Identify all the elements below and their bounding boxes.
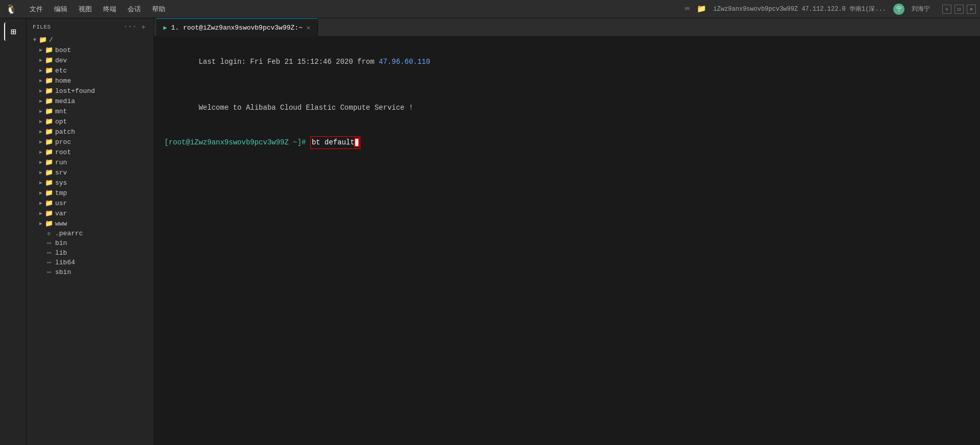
opt-arrow: ▶ [37, 118, 45, 125]
sys-label: sys [55, 179, 67, 187]
welcome-line: Welcome to Alibaba Cloud Elastic Compute… [164, 91, 970, 125]
www-label: www [55, 220, 67, 228]
www-arrow: ▶ [37, 220, 45, 227]
folder-icon: 📁 [697, 4, 706, 14]
blank-line-1 [164, 79, 970, 90]
command-text: bt default [310, 136, 360, 149]
tmp-arrow: ▶ [37, 190, 45, 196]
menu-session[interactable]: 会话 [122, 3, 146, 16]
menu-terminal[interactable]: 终端 [98, 3, 121, 16]
tree-item-root[interactable]: ▶ 📁 root [27, 147, 154, 157]
var-folder-icon: 📁 [45, 209, 53, 217]
tree-item-usr[interactable]: ▶ 📁 usr [27, 198, 154, 208]
win-restore[interactable]: ◻ [954, 5, 964, 14]
dev-folder-icon: 📁 [45, 56, 53, 64]
root-arrow: ▼ [31, 37, 39, 43]
boot-folder-icon: 📁 [45, 46, 53, 54]
opt-folder-icon: 📁 [45, 117, 53, 126]
prompt-text: [root@iZwz9anx9swovb9pcv3w99Z ~]# [164, 137, 306, 148]
dev-label: dev [55, 57, 67, 64]
run-folder-icon: 📁 [45, 158, 53, 166]
sys-folder-icon: 📁 [45, 179, 53, 187]
tree-item-lost-found[interactable]: ▶ 📁 lost+found [27, 86, 154, 96]
menu-edit[interactable]: 编辑 [49, 3, 72, 16]
proc-folder-icon: 📁 [45, 138, 53, 146]
mnt-arrow: ▶ [37, 108, 45, 114]
www-folder-icon: 📁 [45, 219, 53, 228]
pearrc-label: .pearrc [53, 230, 83, 237]
tree-item-opt[interactable]: ▶ 📁 opt [27, 116, 154, 127]
terminal-content[interactable]: Last login: Fri Feb 21 15:12:46 2020 fro… [154, 37, 980, 445]
tree-item-home[interactable]: ▶ 📁 home [27, 76, 154, 86]
tree-item-media[interactable]: ▶ 📁 media [27, 96, 154, 106]
srv-folder-icon: 📁 [45, 168, 53, 177]
sidebar-title: Files [33, 24, 51, 30]
tree-item-lib64[interactable]: ⚯ lib64 [27, 258, 154, 267]
boot-label: boot [55, 46, 71, 54]
opt-label: opt [55, 118, 67, 126]
tree-item-srv[interactable]: ▶ 📁 srv [27, 167, 154, 178]
win-close[interactable]: ✕ [967, 5, 976, 14]
run-label: run [55, 159, 67, 166]
menu-view[interactable]: 视图 [74, 3, 97, 16]
terminal-area: ▶ 1. root@iZwz9anx9swovb9pcv3w99Z:~ ✕ La… [154, 18, 980, 445]
tmp-folder-icon: 📁 [45, 189, 53, 197]
etc-arrow: ▶ [37, 67, 45, 73]
sidebar-more-icon[interactable]: ··· [124, 22, 137, 32]
tmp-label: tmp [55, 189, 67, 197]
terminal-icon: ⌨ [685, 4, 690, 14]
login-line: Last login: Fri Feb 21 15:12:46 2020 fro… [164, 45, 970, 79]
patch-folder-icon: 📁 [45, 128, 53, 136]
boot-arrow: ▶ [37, 47, 45, 53]
lib-link-icon: ⚯ [45, 250, 53, 256]
tree-item-run[interactable]: ▶ 📁 run [27, 157, 154, 167]
sidebar-add-icon[interactable]: ＋ [140, 22, 148, 32]
tree-item-var[interactable]: ▶ 📁 var [27, 208, 154, 218]
tree-item-lib[interactable]: ⚯ lib [27, 248, 154, 258]
bin-link-icon: ⚯ [45, 240, 53, 246]
lost-arrow: ▶ [37, 88, 45, 94]
bin-link-label: bin [53, 239, 67, 247]
mnt-folder-icon: 📁 [45, 107, 53, 115]
tree-item-www[interactable]: ▶ 📁 www [27, 218, 154, 229]
tree-item-proc[interactable]: ▶ 📁 proc [27, 137, 154, 147]
tree-item-bin[interactable]: ⚯ bin [27, 238, 154, 248]
var-arrow: ▶ [37, 210, 45, 216]
proc-arrow: ▶ [37, 139, 45, 145]
tab-bar: ▶ 1. root@iZwz9anx9swovb9pcv3w99Z:~ ✕ [154, 18, 980, 37]
username: 刘海宁 [912, 5, 930, 13]
blank-line-2 [164, 125, 970, 136]
lost-folder-icon: 📁 [45, 87, 53, 95]
tree-item-mnt[interactable]: ▶ 📁 mnt [27, 106, 154, 116]
tree-root[interactable]: ▼ 📁 / [27, 35, 154, 45]
var-label: var [55, 210, 67, 217]
tab-close-button[interactable]: ✕ [307, 24, 310, 32]
lib-link-label: lib [53, 249, 67, 257]
activity-bar: ⊞ [0, 18, 27, 445]
window-controls: ＋ ◻ ✕ [942, 5, 976, 14]
root-dir-folder-icon: 📁 [45, 148, 53, 156]
tree-item-dev[interactable]: ▶ 📁 dev [27, 55, 154, 65]
win-add[interactable]: ＋ [942, 5, 951, 14]
run-arrow: ▶ [37, 159, 45, 165]
usr-label: usr [55, 200, 67, 207]
lib64-link-icon: ⚯ [45, 260, 53, 266]
media-folder-icon: 📁 [45, 97, 53, 105]
server-info: iZwz9anx9swovb9pcv3w99Z 47.112.122.0 华南1… [714, 5, 886, 13]
patch-label: patch [55, 128, 75, 136]
tree-item-boot[interactable]: ▶ 📁 boot [27, 45, 154, 55]
tree-item-sys[interactable]: ▶ 📁 sys [27, 178, 154, 188]
root-name: / [49, 36, 53, 44]
app-logo: 🐧 [4, 2, 18, 16]
patch-arrow: ▶ [37, 129, 45, 135]
tree-item-tmp[interactable]: ▶ 📁 tmp [27, 188, 154, 198]
activity-files[interactable]: ⊞ [4, 22, 22, 41]
tree-item-sbin[interactable]: ⚯ sbin [27, 267, 154, 277]
menu-file[interactable]: 文件 [24, 3, 48, 16]
lost-label: lost+found [55, 87, 95, 95]
menu-help[interactable]: 帮助 [147, 3, 170, 16]
tree-item-pearrc[interactable]: ⚙ .pearrc [27, 229, 154, 238]
tree-item-patch[interactable]: ▶ 📁 patch [27, 127, 154, 137]
tree-item-etc[interactable]: ▶ 📁 etc [27, 65, 154, 76]
terminal-tab-1[interactable]: ▶ 1. root@iZwz9anx9swovb9pcv3w99Z:~ ✕ [156, 18, 318, 37]
